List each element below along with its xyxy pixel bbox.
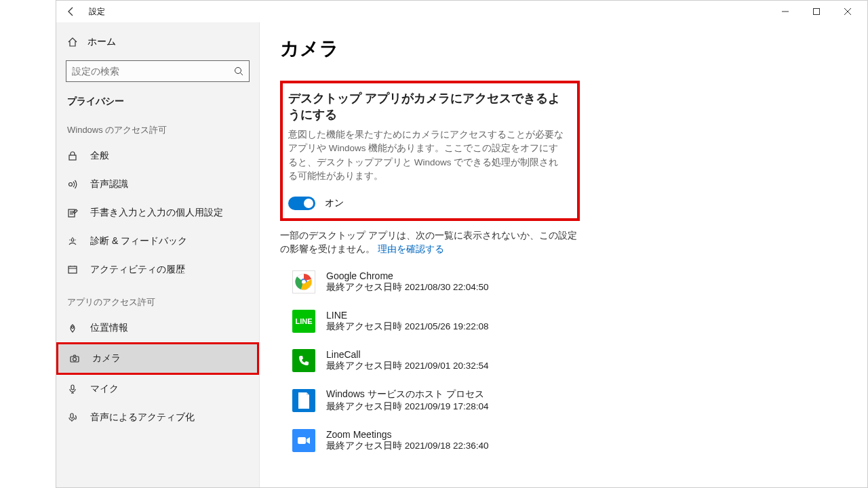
sidebar: ホーム プライバシー Windows のアクセス許可 全般音声認識手書き入力と入… (56, 22, 260, 487)
svg-point-9 (71, 239, 74, 241)
settings-window: 設定 ホーム プライバシー Windows のアクセス許可 全般音声認識手書き入… (56, 0, 868, 488)
app-last-access: 最終アクセス日時 2021/09/18 22:36:40 (326, 440, 489, 452)
main-panel: カメラ デスクトップ アプリがカメラにアクセスできるようにする 意図した機能を果… (260, 22, 867, 487)
nav-label: 全般 (90, 150, 109, 162)
home-link[interactable]: ホーム (56, 29, 259, 55)
app-last-access: 最終アクセス日時 2021/09/19 17:28:04 (326, 401, 489, 413)
page-title: カメラ (280, 36, 847, 62)
svg-rect-19 (298, 437, 306, 444)
note-text: 一部のデスクトップ アプリは、次の一覧に表示されないか、この設定の影響を受けませ… (280, 229, 578, 257)
nav-label: 位置情報 (90, 322, 128, 334)
section-windows-permissions: Windows のアクセス許可 (56, 112, 259, 142)
app-name: LineCall (326, 349, 489, 360)
svg-rect-14 (71, 385, 74, 390)
app-name: LINE (326, 310, 489, 321)
nav-item-mic[interactable]: マイク (56, 375, 259, 403)
nav-label: 音声によるアクティブ化 (90, 411, 195, 424)
mic-icon (67, 384, 79, 394)
diag-icon (67, 236, 79, 247)
search-box[interactable] (66, 60, 250, 82)
section-app-permissions: アプリのアクセス許可 (56, 284, 259, 314)
svg-rect-6 (69, 155, 76, 160)
toggle-row: オン (288, 197, 568, 210)
nav-item-diag[interactable]: 診断 & フィードバック (56, 227, 259, 256)
svg-point-7 (69, 183, 73, 186)
app-row: LineCall最終アクセス日時 2021/09/01 20:32:54 (292, 349, 847, 372)
home-label: ホーム (87, 36, 116, 48)
nav-item-ink[interactable]: 手書き入力と入力の個人用設定 (56, 199, 259, 227)
app-row: Google Chrome最終アクセス日時 2021/08/30 22:04:5… (292, 270, 847, 293)
nav-label: 音声認識 (90, 178, 128, 190)
nav-item-speech[interactable]: 音声認識 (56, 170, 259, 199)
back-button[interactable] (60, 1, 82, 22)
svg-point-4 (235, 68, 241, 74)
nav-item-lock[interactable]: 全般 (56, 142, 259, 170)
minimize-button[interactable] (770, 1, 801, 22)
speech-icon (67, 179, 79, 190)
toggle-label: オン (325, 197, 344, 209)
app-info: Google Chrome最終アクセス日時 2021/08/30 22:04:5… (326, 270, 489, 293)
category-label: プライバシー (56, 92, 259, 112)
nav-item-camera[interactable]: カメラ (56, 342, 259, 375)
home-icon (67, 37, 78, 47)
app-row: Windows サービスのホスト プロセス最終アクセス日時 2021/09/19… (292, 388, 847, 413)
maximize-button[interactable] (801, 1, 832, 22)
svg-point-13 (73, 358, 77, 361)
camera-access-toggle[interactable] (288, 197, 315, 210)
voice-icon (67, 412, 79, 423)
desktop-apps-camera-setting: デスクトップ アプリがカメラにアクセスできるようにする 意図した機能を果たすため… (280, 81, 580, 221)
ink-icon (67, 207, 79, 218)
nav-item-voice[interactable]: 音声によるアクティブ化 (56, 403, 259, 432)
svg-rect-1 (814, 9, 820, 15)
app-info: Zoom Meetings最終アクセス日時 2021/09/18 22:36:4… (326, 429, 489, 452)
content-area: ホーム プライバシー Windows のアクセス許可 全般音声認識手書き入力と入… (56, 22, 867, 487)
app-row: Zoom Meetings最終アクセス日時 2021/09/18 22:36:4… (292, 429, 847, 452)
location-icon (67, 323, 79, 333)
app-row: LINELINE最終アクセス日時 2021/05/26 19:22:08 (292, 310, 847, 333)
setting-description: 意図した機能を果たすためにカメラにアクセスすることが必要なアプリや Window… (288, 128, 568, 183)
app-name: Zoom Meetings (326, 429, 489, 440)
nav-label: アクティビティの履歴 (90, 264, 185, 276)
svg-point-11 (72, 327, 74, 329)
activity-icon (67, 264, 79, 275)
app-last-access: 最終アクセス日時 2021/08/30 22:04:50 (326, 281, 489, 293)
nav-label: マイク (90, 383, 119, 395)
nav-label: カメラ (92, 352, 121, 365)
search-icon (234, 66, 243, 76)
app-list: Google Chrome最終アクセス日時 2021/08/30 22:04:5… (292, 270, 847, 452)
camera-icon (69, 353, 81, 364)
lock-icon (67, 150, 79, 161)
app-info: Windows サービスのホスト プロセス最終アクセス日時 2021/09/19… (326, 388, 489, 413)
app-info: LINE最終アクセス日時 2021/05/26 19:22:08 (326, 310, 489, 333)
nav-label: 手書き入力と入力の個人用設定 (90, 207, 223, 219)
window-title: 設定 (89, 6, 105, 18)
app-name: Windows サービスのホスト プロセス (326, 388, 489, 401)
app-name: Google Chrome (326, 270, 489, 281)
app-last-access: 最終アクセス日時 2021/09/01 20:32:54 (326, 360, 489, 372)
svg-line-5 (241, 73, 243, 76)
titlebar: 設定 (56, 1, 867, 22)
search-input[interactable] (72, 66, 234, 77)
svg-rect-15 (71, 413, 73, 418)
app-last-access: 最終アクセス日時 2021/05/26 19:22:08 (326, 321, 489, 333)
svg-rect-10 (68, 266, 77, 273)
reason-link[interactable]: 理由を確認する (378, 244, 444, 254)
window-controls (770, 1, 863, 22)
nav-label: 診断 & フィードバック (90, 235, 187, 247)
app-info: LineCall最終アクセス日時 2021/09/01 20:32:54 (326, 349, 489, 372)
close-button[interactable] (832, 1, 863, 22)
nav-item-activity[interactable]: アクティビティの履歴 (56, 256, 259, 284)
nav-item-location[interactable]: 位置情報 (56, 314, 259, 342)
setting-heading: デスクトップ アプリがカメラにアクセスできるようにする (288, 90, 568, 123)
